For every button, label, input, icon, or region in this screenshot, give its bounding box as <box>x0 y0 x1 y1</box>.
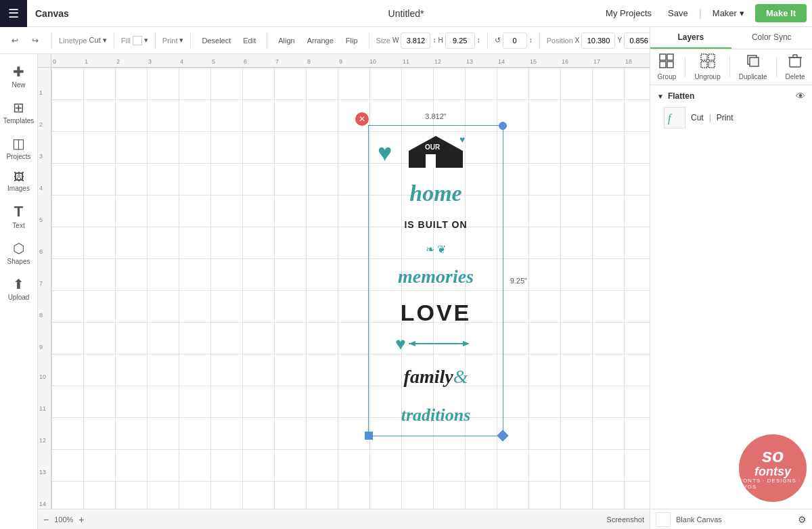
sidebar-item-shapes[interactable]: ⬡ Shapes <box>3 236 35 269</box>
sidebar-item-text[interactable]: T Text <box>3 199 35 233</box>
svg-text:7: 7 <box>39 280 43 287</box>
artwork-family: family & <box>371 361 501 392</box>
svg-rect-48 <box>667 54 673 60</box>
svg-text:6: 6 <box>244 58 247 65</box>
ruler-vertical: 0 1 2 3 4 5 6 7 8 9 10 11 12 13 14 15 <box>38 54 51 529</box>
artwork-home: home <box>371 179 501 208</box>
deselect-button[interactable]: Deselect <box>198 31 235 50</box>
svg-text:11: 11 <box>403 58 409 65</box>
memories-text: memories <box>398 266 474 288</box>
size-width-input[interactable] <box>401 32 430 49</box>
rotate-field: ↺ ↕ <box>495 32 533 49</box>
artwork-is-built-on: IS BUILT ON <box>371 215 501 234</box>
family-text: family <box>404 366 453 388</box>
svg-text:0: 0 <box>53 58 56 65</box>
artwork-top-row: ♥ OUR ♥ <box>371 131 501 171</box>
svg-rect-47 <box>660 54 666 60</box>
svg-rect-57 <box>790 58 800 67</box>
big-heart-icon: ♥ <box>395 334 405 354</box>
redo-button[interactable]: ↪ <box>26 31 45 50</box>
svg-rect-53 <box>701 62 707 68</box>
save-button[interactable]: Save <box>662 8 694 18</box>
zoom-out-button[interactable]: − <box>43 514 49 525</box>
tab-layers[interactable]: Layers <box>650 27 731 49</box>
right-panel: Layers Color Sync Group Ungroup Duplicat… <box>650 27 812 529</box>
edit-button[interactable]: Edit <box>239 31 260 50</box>
artwork-memories: memories <box>371 263 501 290</box>
ruler-horizontal: 0 1 2 3 4 5 6 7 8 9 10 11 12 13 14 15 16… <box>51 54 650 68</box>
screenshot-button[interactable]: Screenshot <box>606 515 644 524</box>
svg-text:4: 4 <box>39 185 43 191</box>
print-label: Print <box>717 113 734 122</box>
arrange-button[interactable]: Arrange <box>303 31 338 50</box>
home-text: home <box>409 182 461 205</box>
svg-text:14: 14 <box>39 501 46 507</box>
duplicate-tool[interactable]: Duplicate <box>739 53 767 80</box>
layer-info: Cut | Print <box>691 113 734 122</box>
ungroup-icon <box>700 53 715 72</box>
svg-text:13: 13 <box>39 469 46 476</box>
ungroup-tool[interactable]: Ungroup <box>694 53 720 80</box>
position-x-input[interactable] <box>581 32 615 49</box>
group-tool[interactable]: Group <box>658 53 677 80</box>
svg-text:12: 12 <box>434 58 441 65</box>
sidebar-item-new[interactable]: ✚ New <box>3 60 35 93</box>
design-container[interactable]: ✕ 3.812" 9.25" ♥ <box>368 125 503 436</box>
projects-icon: ◫ <box>12 135 25 152</box>
svg-text:♥: ♥ <box>459 135 465 145</box>
tab-color-sync[interactable]: Color Sync <box>731 27 813 49</box>
sidebar-item-images[interactable]: 🖼 Images <box>3 167 35 196</box>
canvas-area[interactable]: 0 1 2 3 4 5 6 7 8 9 10 11 12 13 14 15 16… <box>38 54 650 529</box>
svg-text:10: 10 <box>39 373 46 380</box>
my-projects-button[interactable]: My Projects <box>600 8 657 18</box>
undo-redo-group: ↩ ↪ <box>5 31 45 50</box>
rotate-input[interactable] <box>503 32 527 49</box>
chevron-down-icon: ▾ <box>740 8 744 18</box>
visibility-icon[interactable]: 👁 <box>796 91 805 101</box>
group-icon <box>659 53 674 72</box>
artwork-love: LOVE <box>371 298 501 327</box>
svg-text:9: 9 <box>339 58 342 65</box>
hamburger-button[interactable]: ☰ <box>0 0 27 27</box>
love-text: LOVE <box>401 301 472 324</box>
svg-text:17: 17 <box>593 58 600 65</box>
svg-text:2: 2 <box>39 121 43 128</box>
flourish-svg: ❧ ❦ <box>382 242 490 256</box>
watermark-circle: so fontsy FONTS · DESIGNS · SVGS <box>739 434 807 502</box>
svg-text:3: 3 <box>39 153 43 160</box>
panel-tabs: Layers Color Sync <box>650 27 812 49</box>
delete-tool[interactable]: Delete <box>786 53 805 80</box>
ruler-corner <box>38 54 51 68</box>
delete-icon <box>788 53 803 72</box>
flatten-header[interactable]: ▼ Flatten 👁 <box>653 88 809 104</box>
traditions-text: traditions <box>401 405 471 426</box>
canvas-grid[interactable]: ✕ 3.812" 9.25" ♥ <box>51 68 650 529</box>
size-height-input[interactable] <box>445 32 475 49</box>
sidebar-item-projects[interactable]: ◫ Projects <box>3 131 35 164</box>
watermark-fontsy: fontsy <box>754 465 791 478</box>
zoom-in-button[interactable]: + <box>78 514 84 525</box>
settings-icon[interactable]: ⚙ <box>798 514 807 525</box>
app-title: Canvas <box>27 8 77 19</box>
svg-rect-56 <box>750 58 759 66</box>
delete-label: Delete <box>786 73 805 80</box>
flip-button[interactable]: Flip <box>342 31 362 50</box>
canvas-thumbnail <box>656 512 671 527</box>
maker-button[interactable]: Maker ▾ <box>707 8 750 18</box>
divider: | <box>699 7 702 20</box>
layer-item[interactable]: f Cut | Print <box>653 104 809 131</box>
rotate-icon: ↺ <box>495 36 501 45</box>
close-handle[interactable]: ✕ <box>355 112 369 126</box>
svg-marker-45 <box>409 341 415 346</box>
align-button[interactable]: Align <box>274 31 298 50</box>
svg-text:18: 18 <box>625 58 632 65</box>
svg-text:1: 1 <box>85 58 88 65</box>
svg-rect-54 <box>708 62 715 68</box>
undo-button[interactable]: ↩ <box>5 31 24 50</box>
sidebar-item-upload[interactable]: ⬆ Upload <box>3 272 35 305</box>
canvas-label: Blank Canvas <box>676 515 792 524</box>
svg-text:5: 5 <box>212 58 215 65</box>
sidebar-item-templates[interactable]: ⊞ Templates <box>3 95 35 129</box>
svg-text:7: 7 <box>275 58 279 65</box>
make-it-button[interactable]: Make It <box>755 4 807 22</box>
